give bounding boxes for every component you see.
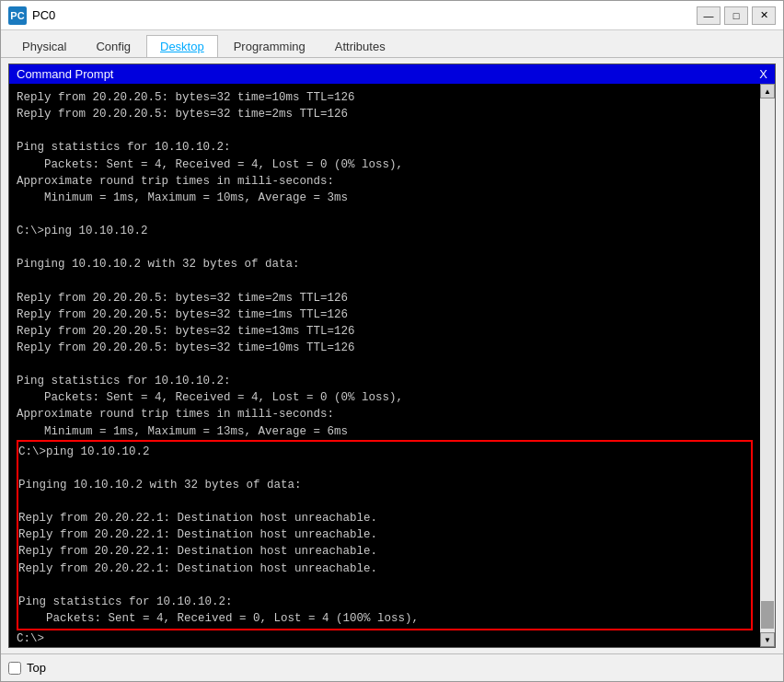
cmd-line [17,239,753,256]
cmd-highlighted-line: C:\>ping 10.10.10.2 [18,444,751,460]
cmd-line: Reply from 20.20.20.5: bytes=32 time=1ms… [17,306,753,323]
top-checkbox-label[interactable]: Top [8,661,46,675]
app-icon-label: PC [10,10,24,21]
main-content: Command Prompt X Reply from 20.20.20.5: … [1,58,783,653]
minimize-button[interactable]: — [697,6,721,25]
cmd-line [17,206,753,223]
tab-physical[interactable]: Physical [8,35,80,57]
bottom-bar: Top [1,653,783,681]
cmd-line: Ping statistics for 10.10.10.2: [17,373,753,389]
scrollbar-up-arrow[interactable]: ▲ [760,84,775,98]
cmd-highlighted-line: Reply from 20.20.22.1: Destination host … [18,561,751,577]
cmd-prompt-line: C:\> [17,630,753,647]
top-checkbox-text: Top [27,661,46,675]
cmd-highlighted-line [18,493,751,510]
cmd-close-button[interactable]: X [759,67,767,81]
scrollbar-down-arrow[interactable]: ▼ [760,632,775,647]
highlighted-block: C:\>ping 10.10.10.2 Pinging 10.10.10.2 w… [17,440,753,630]
cmd-line: Reply from 20.20.20.5: bytes=32 time=10m… [17,89,753,106]
cmd-line: Reply from 20.20.20.5: bytes=32 time=2ms… [17,106,753,122]
cmd-line: Minimum = 1ms, Maximum = 10ms, Average =… [17,190,753,206]
cmd-line: Minimum = 1ms, Maximum = 13ms, Average =… [17,423,753,440]
cmd-window: Command Prompt X Reply from 20.20.20.5: … [8,64,776,648]
cmd-line [17,356,753,373]
cmd-highlighted-line: Packets: Sent = 4, Received = 0, Lost = … [18,610,751,627]
top-checkbox[interactable] [8,662,21,675]
tab-programming[interactable]: Programming [220,35,319,57]
cmd-line: Packets: Sent = 4, Received = 4, Lost = … [17,389,753,406]
cmd-line: Approximate round trip times in milli-se… [17,406,753,422]
close-button[interactable]: ✕ [752,6,776,25]
cmd-line: Ping statistics for 10.10.10.2: [17,139,753,156]
cmd-line [17,122,753,139]
cmd-line: Pinging 10.10.10.2 with 32 bytes of data… [17,256,753,272]
cmd-body[interactable]: Reply from 20.20.20.5: bytes=32 time=10m… [9,84,760,647]
cmd-highlighted-line: Pinging 10.10.10.2 with 32 bytes of data… [18,477,751,493]
window-title: PC0 [32,8,697,22]
tab-attributes[interactable]: Attributes [321,35,399,57]
main-window: PC PC0 — □ ✕ Physical Config Desktop Pro… [0,0,784,682]
cmd-highlighted-line [18,577,751,594]
title-bar: PC PC0 — □ ✕ [1,1,783,30]
cmd-highlighted-line: Reply from 20.20.22.1: Destination host … [18,526,751,543]
cmd-line: Reply from 20.20.20.5: bytes=32 time=2ms… [17,290,753,306]
app-icon: PC [8,6,27,25]
cmd-highlighted-line [18,460,751,477]
cmd-line: Reply from 20.20.20.5: bytes=32 time=13m… [17,323,753,340]
cmd-title: Command Prompt [17,67,113,81]
scrollbar-track[interactable] [760,98,775,632]
cmd-line: Approximate round trip times in milli-se… [17,173,753,190]
tab-config[interactable]: Config [82,35,144,57]
maximize-button[interactable]: □ [724,6,748,25]
cmd-highlighted-line: Reply from 20.20.22.1: Destination host … [18,543,751,560]
tab-bar: Physical Config Desktop Programming Attr… [1,30,783,58]
window-controls: — □ ✕ [697,6,776,25]
cmd-line [17,272,753,289]
cmd-line: C:\>ping 10.10.10.2 [17,223,753,239]
cmd-scrollbar: ▲ ▼ [760,84,775,647]
cmd-highlighted-line: Ping statistics for 10.10.10.2: [18,594,751,610]
cmd-line: Packets: Sent = 4, Received = 4, Lost = … [17,156,753,173]
cmd-highlighted-line: Reply from 20.20.22.1: Destination host … [18,510,751,526]
tab-desktop[interactable]: Desktop [146,35,218,57]
cmd-body-wrapper: Reply from 20.20.20.5: bytes=32 time=10m… [9,84,775,647]
cmd-title-bar: Command Prompt X [9,64,775,84]
cmd-line: Reply from 20.20.20.5: bytes=32 time=10m… [17,340,753,356]
scrollbar-thumb[interactable] [761,601,774,629]
